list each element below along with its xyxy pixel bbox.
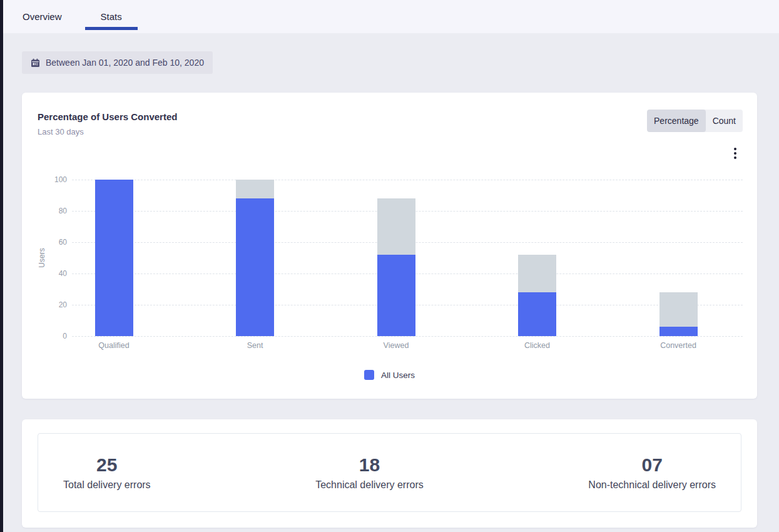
tab-stats[interactable]: Stats	[85, 0, 138, 33]
chart-title: Percentage of Users Converted	[38, 111, 177, 122]
tab-label: Stats	[101, 11, 122, 22]
calendar-icon	[31, 58, 40, 68]
bar-qualified[interactable]	[95, 180, 133, 336]
y-tick-60: 60	[46, 238, 67, 247]
percentage-count-toggle: PercentageCount	[647, 110, 743, 132]
x-category-converted: Converted	[641, 341, 716, 350]
bar-chart-plot: Users 100806040200QualifiedSentViewedCli…	[72, 180, 743, 336]
bar-value-segment	[236, 198, 274, 336]
y-tick-100: 100	[46, 175, 67, 184]
bar-viewed[interactable]	[377, 198, 415, 336]
x-category-viewed: Viewed	[359, 341, 434, 350]
active-tab-underline	[85, 27, 138, 30]
y-axis-label: Users	[38, 248, 46, 267]
y-tick-0: 0	[46, 332, 67, 340]
bar-clicked[interactable]	[518, 255, 556, 336]
toggle-option-percentage[interactable]: Percentage	[647, 110, 706, 132]
bar-value-segment	[95, 180, 133, 336]
date-range-filter[interactable]: Between Jan 01, 2020 and Feb 10, 2020	[22, 51, 213, 74]
toggle-option-count[interactable]: Count	[706, 110, 743, 132]
bar-converted[interactable]	[659, 292, 698, 336]
stat-item: 18Technical delivery errors	[315, 454, 424, 491]
y-tick-80: 80	[46, 207, 67, 215]
bar-dropoff-segment	[518, 255, 556, 292]
stat-label: Technical delivery errors	[315, 479, 424, 491]
gridline-0	[72, 336, 743, 337]
date-range-label: Between Jan 01, 2020 and Feb 10, 2020	[46, 58, 204, 68]
tab-label: Overview	[23, 11, 62, 22]
legend-label: All Users	[381, 371, 415, 380]
chart-legend: All Users	[22, 370, 757, 380]
conversion-chart-card: Percentage of Users Converted Last 30 da…	[22, 93, 757, 399]
stat-label: Non-technical delivery errors	[588, 479, 716, 491]
bar-dropoff-segment	[377, 198, 415, 255]
bar-value-segment	[518, 292, 556, 336]
delivery-errors-box: 25Total delivery errors18Technical deliv…	[38, 433, 741, 512]
y-tick-40: 40	[46, 269, 67, 278]
x-category-sent: Sent	[218, 341, 293, 350]
delivery-errors-card: 25Total delivery errors18Technical deliv…	[22, 419, 757, 528]
chart-subtitle: Last 30 days	[38, 127, 84, 136]
collapsed-sidebar-edge	[0, 0, 3, 532]
stat-value: 18	[315, 454, 424, 475]
stat-item: 25Total delivery errors	[63, 454, 151, 491]
tab-overview[interactable]: Overview	[7, 0, 78, 33]
stat-label: Total delivery errors	[63, 479, 151, 491]
x-category-clicked: Clicked	[500, 341, 575, 350]
stat-item: 07Non-technical delivery errors	[588, 454, 716, 491]
bar-dropoff-segment	[659, 292, 698, 327]
bar-dropoff-segment	[236, 180, 274, 198]
y-tick-20: 20	[46, 300, 67, 309]
legend-swatch-all-users	[364, 370, 374, 380]
x-category-qualified: Qualified	[76, 341, 151, 350]
top-tab-bar: OverviewStats	[3, 0, 779, 33]
bar-sent[interactable]	[236, 180, 274, 336]
kebab-menu-icon[interactable]	[730, 146, 741, 160]
gridline-100	[72, 180, 743, 180]
stat-value: 25	[63, 454, 151, 475]
stat-value: 07	[588, 454, 716, 475]
bar-value-segment	[659, 327, 698, 336]
bar-value-segment	[377, 255, 415, 336]
